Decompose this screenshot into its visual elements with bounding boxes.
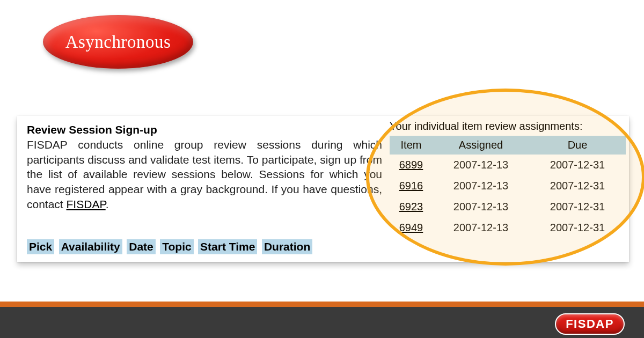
assignments-table: Item Assigned Due 6899 2007-12-13 2007-1… <box>390 136 626 238</box>
cell-due: 2007-12-31 <box>529 175 626 196</box>
signup-section: Review Session Sign-up FISDAP conducts o… <box>27 123 382 212</box>
badge-container: Asynchronous <box>43 15 193 69</box>
cell-due: 2007-12-31 <box>529 196 626 217</box>
assignments-header-row: Item Assigned Due <box>390 136 626 155</box>
col-start-time: Start Time <box>198 239 257 254</box>
cell-assigned: 2007-12-13 <box>433 217 529 238</box>
slide: Asynchronous Review Session Sign-up FISD… <box>0 0 644 338</box>
col-pick: Pick <box>27 239 54 254</box>
assignments-title: Your individual item review assignments: <box>390 120 626 133</box>
content-panel: Review Session Sign-up FISDAP conducts o… <box>17 116 629 262</box>
logo-text: FISDAP <box>566 317 614 331</box>
table-row: 6899 2007-12-13 2007-12-31 <box>390 155 626 175</box>
session-table-header: Pick Availability Date Topic Start Time … <box>27 239 314 254</box>
table-row: 6923 2007-12-13 2007-12-31 <box>390 196 626 217</box>
col-topic: Topic <box>160 239 193 254</box>
item-link[interactable]: 6923 <box>399 201 423 212</box>
cell-assigned: 2007-12-13 <box>433 196 529 217</box>
footer-bar <box>0 307 644 338</box>
fisdap-logo: FISDAP <box>555 313 625 335</box>
footer-accent-bar <box>0 302 644 307</box>
assignments-section: Your individual item review assignments:… <box>390 120 626 238</box>
col-date: Date <box>127 239 156 254</box>
table-row: 6916 2007-12-13 2007-12-31 <box>390 175 626 196</box>
cell-due: 2007-12-31 <box>529 217 626 238</box>
badge-label: Asynchronous <box>65 32 171 52</box>
col-availability: Availability <box>59 239 122 254</box>
cell-assigned: 2007-12-13 <box>433 175 529 196</box>
item-link[interactable]: 6899 <box>399 159 423 171</box>
cell-assigned: 2007-12-13 <box>433 155 529 175</box>
col-due: Due <box>529 136 626 155</box>
footer: FISDAP <box>0 302 644 338</box>
table-row: 6949 2007-12-13 2007-12-31 <box>390 217 626 238</box>
cell-due: 2007-12-31 <box>529 155 626 175</box>
asynchronous-badge: Asynchronous <box>43 15 193 69</box>
col-assigned: Assigned <box>433 136 529 155</box>
signup-description: FISDAP conducts online group review sess… <box>27 137 382 212</box>
fisdap-contact-link[interactable]: FISDAP <box>67 198 106 210</box>
item-link[interactable]: 6949 <box>399 222 423 233</box>
col-item: Item <box>390 136 433 155</box>
col-duration: Duration <box>262 239 312 254</box>
signup-title: Review Session Sign-up <box>27 123 382 136</box>
signup-description-post: . <box>106 198 109 210</box>
item-link[interactable]: 6916 <box>399 180 423 192</box>
